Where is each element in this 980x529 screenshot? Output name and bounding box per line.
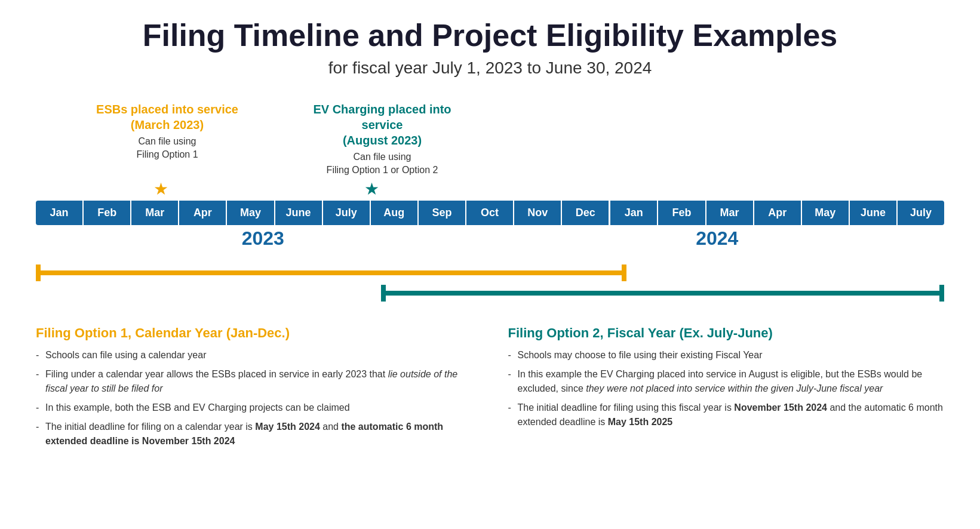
month-cell-mar-2023: Mar: [131, 201, 179, 225]
month-cell-feb-2024: Feb: [658, 201, 706, 225]
option1-bullet-3: In this example, both the ESB and EV Cha…: [36, 401, 472, 415]
month-cell-jan-2024: Jan: [610, 201, 658, 225]
month-cell-july-2023: July: [323, 201, 371, 225]
month-cell-apr-2023: Apr: [179, 201, 227, 225]
month-cell-jan-2023: Jan: [36, 201, 84, 225]
option2-bullet-2: In this example the EV Charging placed i…: [508, 367, 945, 396]
option1-bullet-1: Schools can file using a calendar year: [36, 348, 472, 362]
star-row: ★ ★: [36, 179, 944, 201]
month-cell-may-2023: May: [227, 201, 275, 225]
month-cell-may-2024: May: [802, 201, 850, 225]
bottom-section: Filing Option 1, Calendar Year (Jan-Dec.…: [36, 325, 944, 453]
option1-bullet-2: Filing under a calendar year allows the …: [36, 367, 472, 396]
month-cell-oct-2023: Oct: [466, 201, 514, 225]
esb-star-icon: ★: [153, 179, 168, 199]
annotations-row: ESBs placed into service (March 2023) Ca…: [36, 102, 944, 179]
month-cell-aug-2023: Aug: [371, 201, 419, 225]
timeline-bar: JanFebMarAprMayJuneJulyAugSepOctNovDecJa…: [36, 201, 944, 225]
month-cell-dec-2023: Dec: [562, 201, 610, 225]
year-labels: 2023 2024: [36, 227, 944, 254]
option1-bullet-4: The initial deadline for filing on a cal…: [36, 420, 472, 448]
option2-bullets: Schools may choose to file using their e…: [508, 348, 945, 429]
option1-bar: [36, 270, 626, 275]
option2-title: Filing Option 2, Fiscal Year (Ex. July-J…: [508, 325, 945, 341]
month-cell-june-2024: June: [850, 201, 898, 225]
ev-annotation: EV Charging placed into service (August …: [293, 102, 472, 177]
option2-bullet-3: The initial deadline for filing using th…: [508, 401, 945, 429]
month-cell-nov-2023: Nov: [514, 201, 562, 225]
month-cell-feb-2023: Feb: [84, 201, 131, 225]
page-subtitle: for fiscal year July 1, 2023 to June 30,…: [36, 59, 944, 78]
esb-annotation-desc: Can file using Filing Option 1: [90, 135, 245, 162]
option1-bullets: Schools can file using a calendar year F…: [36, 348, 472, 448]
option2-column: Filing Option 2, Fiscal Year (Ex. July-J…: [508, 325, 945, 453]
ev-annotation-title: EV Charging placed into service (August …: [293, 102, 472, 148]
option-bars: [36, 266, 944, 307]
ev-annotation-desc: Can file using Filing Option 1 or Option…: [293, 150, 472, 177]
month-cell-sep-2023: Sep: [419, 201, 466, 225]
month-cell-apr-2024: Apr: [754, 201, 802, 225]
esb-annotation: ESBs placed into service (March 2023) Ca…: [90, 102, 245, 162]
year-2023-label: 2023: [36, 227, 490, 250]
option2-bullet-1: Schools may choose to file using their e…: [508, 348, 945, 362]
month-cell-july-2024: July: [898, 201, 944, 225]
esb-annotation-title: ESBs placed into service (March 2023): [90, 102, 245, 133]
option2-bar: [381, 291, 944, 296]
option1-column: Filing Option 1, Calendar Year (Jan-Dec.…: [36, 325, 472, 453]
option1-title: Filing Option 1, Calendar Year (Jan-Dec.…: [36, 325, 472, 341]
month-cell-mar-2024: Mar: [706, 201, 754, 225]
ev-star-icon: ★: [364, 179, 379, 199]
year-2024-label: 2024: [490, 227, 945, 250]
page-title: Filing Timeline and Project Eligibility …: [36, 18, 944, 54]
month-cell-june-2023: June: [275, 201, 323, 225]
